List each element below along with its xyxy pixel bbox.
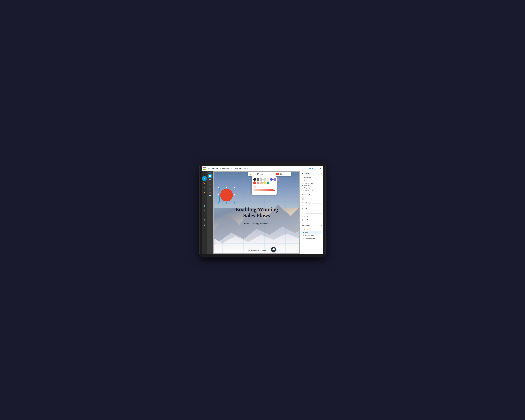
pencil2-button[interactable] [202, 223, 206, 227]
color-salmon[interactable] [257, 181, 259, 184]
color-light-pink[interactable] [260, 181, 263, 184]
skew-input[interactable] [307, 219, 323, 221]
w-input[interactable] [305, 208, 322, 210]
grid-spacing-input[interactable] [310, 189, 315, 192]
color-light-gray-2[interactable] [263, 178, 266, 181]
save-button[interactable] [202, 176, 206, 181]
svg-rect-11 [204, 202, 204, 202]
crop-toolbar-button[interactable] [260, 173, 263, 176]
skew-label: ≡: [304, 219, 306, 221]
group-toolbar-button[interactable] [257, 173, 260, 176]
outline-elements-checkbox[interactable] [302, 180, 303, 182]
svg-rect-2 [203, 169, 205, 170]
snap-to-elements-checkbox[interactable]: ✓ [302, 183, 303, 184]
selected-circle-object[interactable] [220, 189, 233, 201]
copy-toolbar-button[interactable] [253, 173, 256, 176]
redo-button[interactable]: ↪ [287, 173, 290, 176]
color-pattern[interactable] [253, 186, 256, 188]
delete-toolbar-button[interactable]: 🗑 [264, 173, 267, 176]
play-button[interactable]: ▶ [202, 172, 206, 176]
settings-button[interactable]: ⚙️ [202, 204, 206, 208]
x-input[interactable] [305, 201, 322, 204]
canvas-area[interactable]: 🔒 [213, 171, 300, 254]
unlock-all-button[interactable]: 🔒 Unlock all [302, 228, 322, 231]
transform-anchor-icon [302, 198, 304, 200]
toolbar: 🔒 [248, 172, 291, 176]
show-grid-checkbox[interactable]: ✓ [302, 185, 303, 186]
color-light-gray-1[interactable] [260, 178, 263, 181]
color-orange-red[interactable] [253, 181, 256, 184]
outline-elements-row: Outline elements [302, 180, 322, 182]
snap-to-grid-checkbox[interactable] [302, 187, 303, 189]
y-input[interactable] [305, 204, 322, 207]
element-stack-chevron[interactable]: ▲ [321, 224, 322, 226]
layer-up-button[interactable]: ▲ [269, 174, 271, 175]
slide-title: Enabling Winning Sales Flows [223, 206, 291, 218]
slide-title-line1: Enabling Winning [235, 206, 278, 213]
h-input[interactable] [305, 211, 322, 214]
color-lavender[interactable] [273, 178, 276, 181]
color-swatch-button[interactable] [276, 173, 279, 175]
color-near-white[interactable] [267, 178, 269, 181]
user-button[interactable]: 👤 [319, 167, 322, 170]
rotation-icon: ⊙ [302, 215, 303, 218]
color-yellow[interactable] [263, 181, 266, 184]
slide-image-button[interactable] [208, 178, 212, 182]
object-transform-chevron[interactable]: ▲ [321, 194, 322, 196]
slide-edit-button[interactable] [208, 187, 212, 191]
seidat-brand-link[interactable]: Seidat [309, 168, 313, 169]
image-button[interactable] [202, 195, 206, 199]
lock-aspect-icon[interactable] [322, 208, 323, 211]
svg-line-16 [204, 215, 205, 216]
grid-button[interactable] [202, 199, 206, 204]
h-label: H: [302, 212, 304, 213]
slide-footer: Presentation powered by Seidat [247, 250, 266, 251]
video-button[interactable] [202, 218, 206, 222]
color-black[interactable] [253, 178, 256, 181]
rotation-input[interactable] [307, 215, 323, 218]
help-button[interactable]: ? [315, 167, 318, 170]
brand-gem-button[interactable]: 💎 [208, 194, 212, 198]
editor-settings-header[interactable]: Editor settings ▲ [300, 176, 323, 179]
slider-thumb[interactable] [273, 189, 275, 191]
svg-rect-29 [257, 173, 258, 174]
object-transform-title: Object transform [302, 194, 312, 196]
chat-button[interactable]: 💬 [271, 247, 276, 252]
breadcrumb-item-1[interactable]: Seidat sales presentation Paulus... [212, 168, 233, 169]
text-button[interactable]: A [202, 186, 206, 190]
stack-item-process[interactable]: Process | Meeti [302, 234, 322, 237]
layer-down-button[interactable]: ▼ [273, 174, 275, 175]
panel-close-button[interactable]: ✕ [320, 172, 322, 175]
slide-text-button[interactable] [208, 183, 212, 187]
no-fill-button[interactable] [279, 173, 282, 176]
color-blue-purple[interactable] [270, 178, 273, 181]
share-button[interactable] [202, 213, 206, 218]
object-transform-header[interactable]: Object transform ▲ [300, 193, 323, 197]
stack-item-circle[interactable]: circle [302, 231, 322, 234]
breadcrumb-separator: › [233, 168, 234, 169]
undo-button[interactable]: ↩ [283, 173, 286, 176]
lock-toolbar-button[interactable]: 🔒 [249, 173, 252, 176]
slide-thumb-button[interactable] [208, 174, 212, 178]
right-panel: Properties ✕ Editor settings ▲ Outline e… [300, 171, 323, 254]
editor-settings-chevron[interactable]: ▲ [321, 177, 322, 178]
brand-section-label: Brand [209, 192, 211, 193]
stack-item-presentation[interactable]: Presentation pow [302, 237, 322, 240]
color-light-lavender[interactable] [277, 178, 280, 181]
pen-button[interactable]: ✏️ [202, 181, 206, 185]
breadcrumb-item-2[interactable]: Front page with slogan e [234, 168, 250, 169]
home-button[interactable]: 🏠 [207, 167, 211, 170]
svg-point-47 [323, 209, 323, 210]
layer-controls: ▲ 5 ▼ [269, 173, 275, 175]
color-green[interactable] [267, 181, 269, 184]
svg-rect-20 [209, 175, 211, 177]
pointer-button[interactable]: ☝ [202, 190, 206, 195]
stack-item-circle-label: circle [305, 232, 308, 233]
element-stack-header[interactable]: Element stack ▲ [300, 223, 323, 227]
color-picker-chevron[interactable]: ▾ [253, 191, 275, 193]
color-opacity-slider[interactable] [253, 189, 275, 191]
color-dark-gray[interactable] [257, 178, 259, 181]
svg-rect-6 [204, 178, 205, 179]
code-button[interactable]: </> [202, 209, 206, 213]
circle-shape [220, 189, 233, 201]
